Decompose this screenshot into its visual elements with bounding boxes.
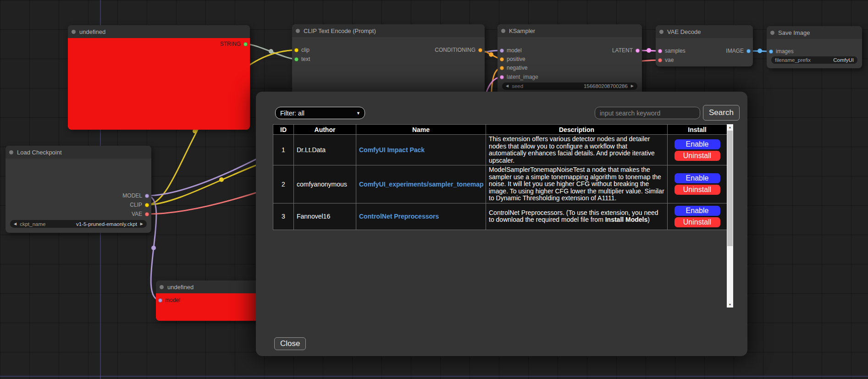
cell-name: ComfyUI_experiments/sampler_tonemap [356,165,486,203]
collapse-dot-icon[interactable] [296,29,300,33]
input-slot-images[interactable]: images [769,48,794,55]
node-titlebar[interactable]: VAE Decode [656,25,753,38]
cell-description: ControlNet Preprocessors. (To use this e… [486,203,668,230]
slot-dot[interactable] [158,298,162,302]
input-slot-model[interactable]: model [500,47,522,54]
wire-dot [647,48,651,53]
table-row: 3 Fannovel16 ControlNet Preprocessors Co… [273,203,727,230]
uninstall-button[interactable]: Uninstall [674,217,720,227]
slot-dot[interactable] [636,49,640,53]
slot-dot[interactable] [500,57,504,61]
input-slot-samples[interactable]: samples [658,47,686,55]
node-canvas[interactable]: undefined STRING CLIP Text Encode (Promp… [0,0,868,379]
node-titlebar[interactable]: undefined [68,25,250,38]
scrollbar[interactable]: ▲ ▼ [727,124,733,308]
seed-widget[interactable]: ◀ seed 156680208700286 ▶ [502,82,637,90]
table-row: 1 Dr.Lt.Data ComfyUI Impact Pack This ex… [273,135,727,165]
next-arrow-icon[interactable]: ▶ [140,220,143,228]
node-titlebar[interactable]: Load Checkpoint [6,146,151,159]
collapse-dot-icon[interactable] [72,30,76,34]
uninstall-button[interactable]: Uninstall [674,151,720,161]
slot-dot[interactable] [500,49,504,53]
node-title: KSampler [509,27,535,34]
output-slot-conditioning[interactable]: CONDITIONING [435,46,482,54]
extension-link[interactable]: ComfyUI Impact Pack [359,146,425,154]
increment-arrow-icon[interactable]: ▶ [631,82,634,90]
widget-value: 156680208700286 [584,83,628,89]
slot-dot[interactable] [145,203,149,207]
node-title: Load Checkpoint [17,149,62,156]
widget-name: ckpt_name [20,221,45,227]
output-slot-clip[interactable]: CLIP [130,201,149,209]
uninstall-button[interactable]: Uninstall [674,185,720,195]
header-author: Author [294,125,356,135]
node-body: model [156,293,260,321]
input-slot-clip[interactable]: clip [294,46,310,54]
ckpt-name-widget[interactable]: ◀ ckpt_name v1-5-pruned-emaonly.ckpt ▶ [10,220,147,228]
input-slot-vae[interactable]: vae [658,56,674,64]
scroll-down-icon[interactable]: ▼ [727,302,733,308]
input-slot-text[interactable]: text [294,55,310,63]
extension-link[interactable]: ControlNet Preprocessors [359,213,439,220]
slot-dot[interactable] [145,194,149,198]
slot-dot[interactable] [500,66,504,70]
slot-dot[interactable] [769,49,773,54]
node-undefined-top[interactable]: undefined STRING [68,25,250,130]
collapse-dot-icon[interactable] [659,30,663,34]
scroll-up-icon[interactable]: ▲ [727,124,733,130]
node-titlebar[interactable]: Save Image [767,26,862,39]
output-slot-string[interactable]: STRING [220,40,248,48]
close-button[interactable]: Close [274,337,306,350]
enable-button[interactable]: Enable [674,206,720,216]
node-vae-decode[interactable]: VAE Decode samples vae IMAGE [656,25,753,66]
extension-link[interactable]: ComfyUI_experiments/sampler_tonemap [359,181,484,188]
node-body: STRING [68,38,250,130]
node-ksampler[interactable]: KSampler model positive negative latent_… [498,24,642,98]
filter-select[interactable]: Filter: all [275,107,365,119]
widget-name: filename_prefix [775,57,811,63]
slot-dot[interactable] [294,57,299,61]
slot-dot[interactable] [658,58,662,62]
header-description: Description [486,125,668,135]
input-slot-model[interactable]: model [158,297,180,304]
wire-dot [219,177,224,182]
slot-dot[interactable] [746,49,751,53]
slot-dot[interactable] [145,212,149,216]
input-slot-negative[interactable]: negative [500,64,527,71]
prev-arrow-icon[interactable]: ◀ [14,220,17,228]
wire-dot [489,52,493,57]
slot-dot[interactable] [500,75,504,79]
collapse-dot-icon[interactable] [160,285,164,289]
scrollbar-thumb[interactable] [727,131,733,246]
input-slot-positive[interactable]: positive [500,55,525,63]
cell-name: ControlNet Preprocessors [356,203,486,230]
output-slot-vae[interactable]: VAE [132,210,149,218]
node-load-checkpoint[interactable]: Load Checkpoint MODEL CLIP VAE ◀ ckpt_na… [6,146,151,233]
widget-value: ComfyUI [833,57,854,63]
enable-button[interactable]: Enable [674,173,720,183]
output-slot-latent[interactable]: LATENT [612,47,640,54]
wire-dot [151,246,156,250]
output-slot-image[interactable]: IMAGE [726,47,751,55]
collapse-dot-icon[interactable] [9,150,13,154]
slot-dot[interactable] [658,49,662,53]
filename-prefix-widget[interactable]: filename_prefix ComfyUI [771,56,857,64]
node-titlebar[interactable]: undefined [156,280,260,293]
search-input[interactable] [595,107,700,119]
node-undefined-bottom[interactable]: undefined model [156,280,260,321]
node-titlebar[interactable]: KSampler [498,24,642,37]
decrement-arrow-icon[interactable]: ◀ [506,82,509,90]
input-slot-latent-image[interactable]: latent_image [500,73,538,81]
search-button[interactable]: Search [703,105,740,121]
collapse-dot-icon[interactable] [770,31,774,35]
slot-dot[interactable] [243,42,248,46]
slot-dot[interactable] [294,48,299,52]
node-save-image[interactable]: Save Image images filename_prefix ComfyU… [767,26,862,68]
slot-dot[interactable] [478,48,482,52]
node-titlebar[interactable]: CLIP Text Encode (Prompt) [292,24,485,37]
collapse-dot-icon[interactable] [501,29,505,33]
cell-description: ModelSamplerTonemapNoiseTest a node that… [486,165,668,203]
node-clip-text-encode[interactable]: CLIP Text Encode (Prompt) clip text COND… [292,24,485,98]
output-slot-model[interactable]: MODEL [122,192,149,199]
enable-button[interactable]: Enable [674,139,720,149]
